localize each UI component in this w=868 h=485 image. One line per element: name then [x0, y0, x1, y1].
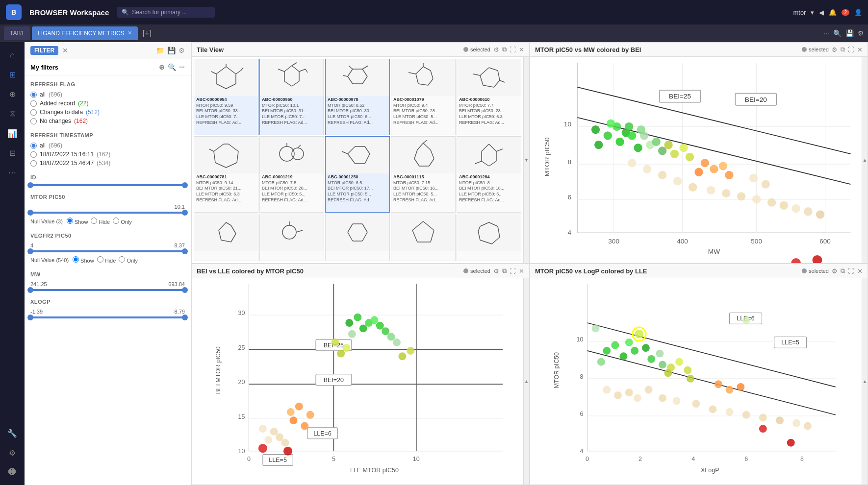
- svg-point-225: [264, 436, 272, 444]
- sidebar-scatter[interactable]: ⋯: [3, 164, 21, 181]
- notification-icon[interactable]: 🔔: [829, 9, 837, 16]
- filter-settings-icon[interactable]: ···: [179, 63, 185, 71]
- tile-item[interactable]: [457, 214, 521, 261]
- mw-thumb-right[interactable]: [182, 287, 188, 293]
- sidebar-add[interactable]: ⊕: [3, 85, 21, 103]
- tile-item[interactable]: [259, 214, 324, 261]
- scroll-arrow-down[interactable]: ▼: [524, 157, 529, 163]
- tile-item[interactable]: [194, 214, 258, 261]
- tile-item[interactable]: ABC-00001115 MTOR pIC50: 7.15 BEI MTOR p…: [391, 136, 456, 213]
- refresh-ts-all[interactable]: all (696): [30, 142, 185, 149]
- tile-item[interactable]: ABC-00000954 MTOR pIC50: 9.59 BEI MTOR p…: [194, 59, 258, 135]
- xlogp-thumb-left[interactable]: [27, 315, 33, 320]
- filter-folder-icon[interactable]: 📁: [156, 47, 164, 54]
- sidebar-tools[interactable]: 🔧: [3, 424, 21, 442]
- scatter1-settings-icon[interactable]: ⚙: [832, 46, 838, 53]
- settings-icon[interactable]: ⚙: [858, 29, 864, 37]
- sidebar-home[interactable]: ⌂: [3, 46, 21, 64]
- svg-point-219: [289, 416, 297, 424]
- svg-point-267: [687, 375, 694, 383]
- scatter2-close-icon[interactable]: ✕: [519, 267, 524, 275]
- scatter1-scroll[interactable]: ▲: [862, 57, 868, 263]
- tile-expand-icon[interactable]: ⛶: [510, 46, 516, 53]
- filter-save-icon[interactable]: 💾: [167, 47, 176, 54]
- search-icon-tab[interactable]: 🔍: [833, 29, 842, 37]
- tile-scroll-bar[interactable]: ▼: [523, 57, 529, 263]
- tile-settings-icon[interactable]: ⚙: [493, 46, 499, 53]
- sidebar-grid[interactable]: ⊞: [3, 66, 21, 83]
- more-icon[interactable]: ···: [823, 29, 829, 37]
- save-icon[interactable]: 💾: [845, 29, 854, 37]
- scatter2-copy-icon[interactable]: ⧉: [502, 267, 507, 275]
- tile-item[interactable]: [325, 214, 390, 261]
- tile-item[interactable]: ABC-00001250 MTOR pIC50: 6.5 BEI MTOR pI…: [325, 136, 390, 213]
- xlogp-thumb-right[interactable]: [182, 315, 188, 320]
- scatter3-close-icon[interactable]: ✕: [857, 267, 863, 275]
- scatter1-copy-icon[interactable]: ⧉: [841, 46, 845, 53]
- id-range-thumb-left[interactable]: [27, 182, 33, 188]
- filter-add-icon[interactable]: ⊕: [159, 63, 165, 71]
- tile-close-icon[interactable]: ✕: [519, 46, 524, 53]
- scatter3-copy-icon[interactable]: ⧉: [841, 267, 845, 275]
- tile-molecule-img: [457, 214, 521, 251]
- tab-lem[interactable]: LIGAND EFFICIENCY METRICS ✕: [32, 26, 137, 40]
- scatter3-expand-icon[interactable]: ⛶: [848, 267, 854, 275]
- xlogp-range-track[interactable]: [30, 316, 185, 318]
- mw-thumb-left[interactable]: [27, 287, 33, 293]
- tab-tab1[interactable]: TAB1: [4, 26, 30, 40]
- mtor-thumb-left[interactable]: [27, 210, 33, 216]
- vegfr2-thumb-left[interactable]: [27, 248, 33, 254]
- tile-item[interactable]: ABC-00000610 MTOR pIC50: 7.7 BEI MTOR pI…: [457, 59, 521, 135]
- tile-item[interactable]: ABC-00000781 MTOR pIC50: 9.14 BEI MTOR p…: [194, 136, 258, 213]
- mtor-range-track[interactable]: [30, 212, 185, 214]
- scatter3-scroll[interactable]: ▲: [862, 278, 868, 485]
- filter-more-icon[interactable]: ⚙: [179, 47, 185, 54]
- refresh-ts-2[interactable]: 18/07/2022 15:46:47 (534): [30, 160, 185, 167]
- vegfr2-range-track[interactable]: [30, 250, 185, 252]
- tile-item[interactable]: ABC-00000978 MTOR pIC50: 8.52 BEI MTOR p…: [325, 59, 390, 135]
- tile-molecule-img: [326, 137, 389, 173]
- scatter1-close-icon[interactable]: ✕: [857, 46, 863, 53]
- svg-line-33: [431, 71, 433, 79]
- tile-item[interactable]: ABC-00000950 MTOR pIC50: 10.1 BEI MTOR p…: [259, 59, 324, 135]
- refresh-flag-changes[interactable]: Changes to data (512): [30, 109, 185, 116]
- tile-copy-icon[interactable]: ⧉: [502, 46, 507, 53]
- chevron-down-icon[interactable]: ▾: [811, 9, 814, 16]
- scatter2-header: BEI vs LLE colored by MTOR pIC50 selecte…: [192, 264, 529, 278]
- svg-line-90: [362, 224, 367, 232]
- tile-item[interactable]: ABC-00001219 MTOR pIC50: 7.8 BEI MTOR pI…: [259, 136, 324, 213]
- mtor-thumb-right[interactable]: [182, 210, 188, 216]
- id-range-track[interactable]: [30, 184, 185, 186]
- search-bar[interactable]: 🔍 Search for primary ...: [117, 7, 215, 18]
- nav-back-icon[interactable]: ◀: [819, 9, 824, 16]
- tile-item[interactable]: [391, 214, 456, 261]
- sidebar-filter[interactable]: ⧖: [3, 105, 21, 122]
- scatter2-settings-icon[interactable]: ⚙: [493, 267, 499, 275]
- svg-point-147: [664, 141, 672, 149]
- refresh-ts-1[interactable]: 18/07/2022 15:16:11 (162): [30, 151, 185, 158]
- sidebar-user[interactable]: ⚙: [3, 444, 21, 461]
- sidebar-table[interactable]: ⊟: [3, 144, 21, 162]
- vegfr2-thumb-right[interactable]: [182, 248, 188, 254]
- tab-lem-close[interactable]: ✕: [128, 30, 132, 36]
- mw-range-track[interactable]: [30, 289, 185, 291]
- scatter2-title: BEI vs LLE colored by MTOR pIC50: [197, 267, 460, 275]
- refresh-flag-added[interactable]: Added record (22): [30, 100, 185, 107]
- filter-search-icon[interactable]: 🔍: [168, 63, 176, 71]
- user-icon[interactable]: 👤: [854, 9, 862, 16]
- id-range-thumb-right[interactable]: [182, 182, 188, 188]
- sidebar-info[interactable]: 🅓: [3, 463, 21, 481]
- filter-close-icon[interactable]: ✕: [62, 47, 68, 54]
- tile-item[interactable]: ABC-00001284 MTOR pIC50: 8 BEI MTOR pIC5…: [457, 136, 521, 213]
- svg-point-227: [258, 444, 267, 453]
- sidebar-chart[interactable]: 📊: [3, 124, 21, 142]
- scatter2-expand-icon[interactable]: ⛶: [510, 267, 516, 275]
- svg-point-223: [270, 428, 278, 436]
- scatter1-expand-icon[interactable]: ⛶: [848, 46, 854, 53]
- scatter3-settings-icon[interactable]: ⚙: [832, 267, 838, 275]
- tab-add-button[interactable]: [+]: [140, 29, 154, 38]
- scatter2-scroll[interactable]: ▲: [523, 278, 529, 485]
- refresh-flag-nochanges[interactable]: No changes (162): [30, 118, 185, 124]
- tile-item[interactable]: ABC-00001079 MTOR pIC50: 9.4 BEI MTOR pI…: [391, 59, 456, 135]
- refresh-flag-all[interactable]: all (696): [30, 91, 185, 98]
